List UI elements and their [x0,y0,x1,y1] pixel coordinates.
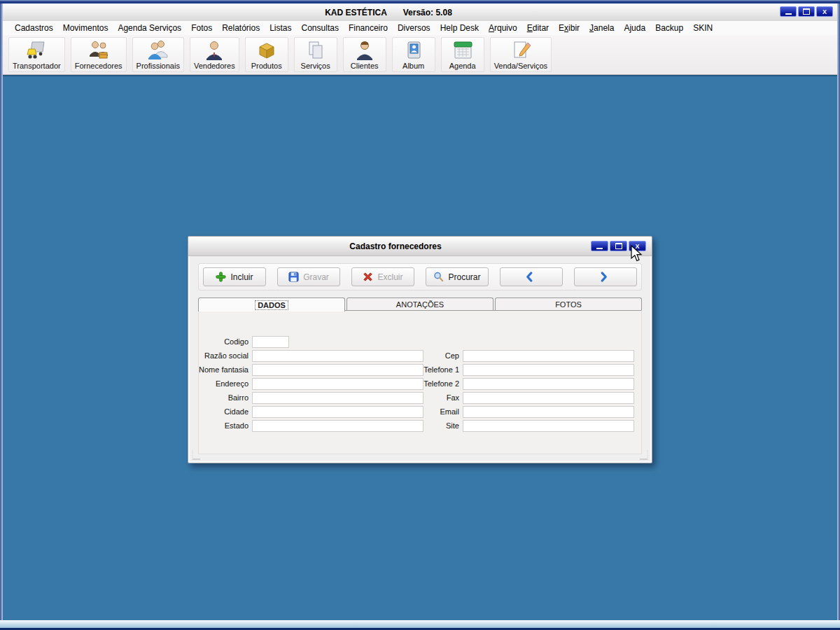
form-row: Estado [194,419,424,433]
toolbar-profissionais-button[interactable]: Profissionais [132,37,184,72]
toolbar-agenda-button[interactable]: Agenda [441,37,484,72]
gravar-button[interactable]: Gravar [277,267,340,286]
menu-skin[interactable]: SKIN [688,22,718,34]
search-icon [433,272,444,282]
toolbar-venda-servicos-button[interactable]: Venda/Serviços [490,37,552,72]
incluir-button[interactable]: Incluir [203,267,266,286]
cidade-field[interactable] [252,406,424,418]
toolbar-transportador-button[interactable]: Transportador [8,37,65,72]
bairro-field[interactable] [252,392,424,404]
form-row: Cep [419,349,634,363]
button-label: Incluir [230,272,253,282]
estado-field[interactable] [252,420,424,432]
bairro-label: Bairro [194,393,252,402]
box-icon [255,40,279,61]
dialog-maximize-button[interactable] [610,241,627,251]
codigo-field[interactable] [252,336,289,348]
menu-editar[interactable]: Editar [522,22,554,34]
menu-fotos[interactable]: Fotos [186,22,217,34]
toolbar-label: Venda/Serviços [494,62,547,70]
resize-grip-right[interactable] [640,450,648,460]
photo-card-icon [402,40,426,61]
maximize-button[interactable] [798,6,815,17]
form-row: Telefone 2 [419,377,634,391]
tab-fotos[interactable]: FOTOS [495,298,642,310]
procurar-button[interactable]: Procurar [426,267,489,286]
menu-relatorios[interactable]: Relatórios [217,22,265,34]
toolbar-label: Album [402,62,424,70]
menu-exibir[interactable]: Exibir [554,22,584,34]
minimize-button[interactable] [780,6,797,17]
form-row: Fax [419,391,634,405]
endereco-label: Endereço [194,379,252,388]
toolbar-vendedores-button[interactable]: Vendedores [190,37,239,72]
email-field[interactable] [463,406,634,418]
main-titlebar[interactable]: KAD ESTÉTICA Versão: 5.08 X [3,4,837,21]
minimize-icon [596,248,603,249]
app-version: Versão: 5.08 [403,8,452,18]
nome-fantasia-field[interactable] [252,364,424,376]
menu-arquivo[interactable]: Arquivo [484,22,522,34]
cep-label: Cep [419,351,463,360]
nome-fantasia-label: Nome fantasia [194,365,252,374]
resize-grip-left[interactable] [192,450,200,460]
toolbar-produtos-button[interactable]: Produtos [245,37,288,72]
main-title: KAD ESTÉTICA Versão: 5.08 [325,8,452,18]
menu-janela[interactable]: Janela [584,22,619,34]
menu-backup[interactable]: Backup [650,22,688,34]
form-row: Email [419,405,634,419]
calendar-icon [451,40,475,61]
fax-field[interactable] [463,392,634,404]
menu-movimentos[interactable]: Movimentos [58,22,113,34]
note-pencil-icon [509,40,533,61]
previous-record-button[interactable] [500,267,563,286]
toolbar-servicos-button[interactable]: Serviços [294,37,337,72]
button-label: Gravar [303,272,329,282]
close-button[interactable]: X [816,6,833,17]
maximize-icon [615,243,622,249]
menu-cadastros[interactable]: Cadastros [10,22,58,34]
menu-agenda-servicos[interactable]: Agenda Serviços [113,22,186,34]
menu-ajuda[interactable]: Ajuda [619,22,650,34]
form-row: Cidade [194,405,424,419]
dialog-cadastro-fornecedores: Cadastro fornecedores X Incluir Gravar [188,236,652,463]
toolbar-label: Profissionais [136,62,180,70]
chevron-right-icon [598,272,609,282]
next-record-button[interactable] [574,267,637,286]
menu-listas[interactable]: Listas [265,22,296,34]
dialog-minimize-button[interactable] [591,241,608,251]
toolbar-clientes-button[interactable]: Clientes [343,37,386,72]
endereco-field[interactable] [252,378,424,390]
tab-label: DADOS [255,300,288,310]
main-window-controls: X [780,6,833,17]
excluir-button[interactable]: Excluir [351,267,414,286]
telefone1-field[interactable] [463,364,634,376]
menu-financeiro[interactable]: Financeiro [344,22,393,34]
cidade-label: Cidade [194,407,252,416]
toolbar-label: Produtos [251,62,282,70]
toolbar-label: Fornecedores [75,62,122,70]
toolbar-fornecedores-button[interactable]: Fornecedores [71,37,127,72]
razao-social-field[interactable] [252,350,424,362]
toolbar-album-button[interactable]: Album [392,37,435,72]
site-field[interactable] [463,420,634,432]
salesperson-icon [202,40,226,61]
menu-consultas[interactable]: Consultas [297,22,344,34]
fax-label: Fax [419,393,463,402]
form-right-column: Cep Telefone 1 Telefone 2 Fax Email Site [419,349,634,433]
tab-label: ANOTAÇÕES [396,300,444,309]
documents-icon [304,40,328,61]
menu-help-desk[interactable]: Help Desk [435,22,484,34]
suppliers-icon [87,40,111,61]
telefone2-field[interactable] [463,378,634,390]
dialog-titlebar[interactable]: Cadastro fornecedores X [188,237,652,256]
toolbar-label: Clientes [351,62,379,70]
tab-dados[interactable]: DADOS [198,298,345,312]
tab-anotacoes[interactable]: ANOTAÇÕES [346,298,493,310]
cep-field[interactable] [463,350,634,362]
minimize-icon [785,13,792,15]
menu-diversos[interactable]: Diversos [393,22,435,34]
window-frame-bottom [0,620,840,628]
codigo-label: Codigo [194,337,252,346]
email-label: Email [419,407,463,416]
